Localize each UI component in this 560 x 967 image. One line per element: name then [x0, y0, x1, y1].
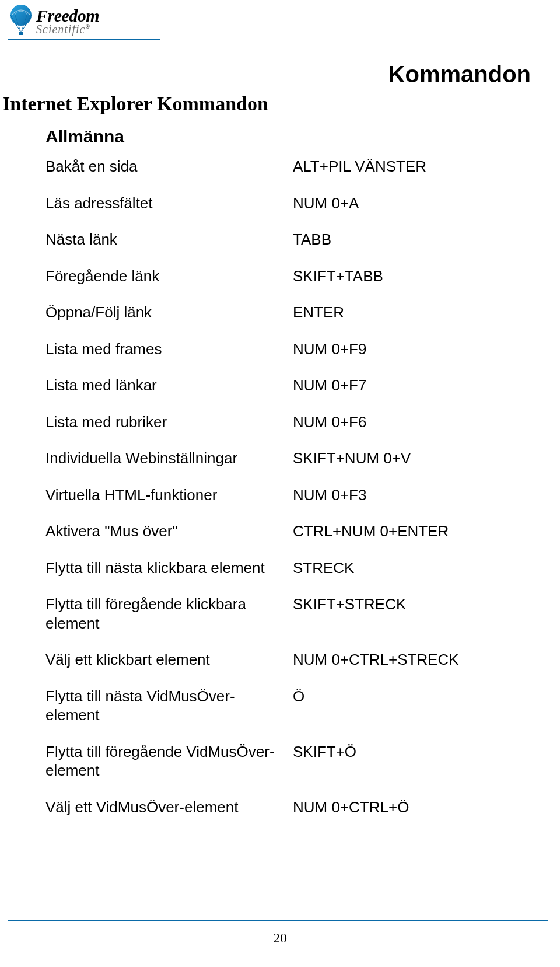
table-row: Välj ett klickbart element NUM 0+CTRL+ST… [46, 650, 524, 669]
command-key: NUM 0+A [293, 194, 524, 213]
command-description: Aktivera "Mus över" [46, 522, 293, 541]
command-key: CTRL+NUM 0+ENTER [293, 522, 524, 541]
command-description: Virtuella HTML-funktioner [46, 486, 293, 505]
command-description: Lista med rubriker [46, 413, 293, 432]
command-key: TABB [293, 230, 524, 249]
command-description: Välj ett VidMusÖver-element [46, 798, 293, 817]
table-row: Individuella Webinställningar SKIFT+NUM … [46, 449, 524, 468]
table-row: Flytta till nästa VidMusÖver-element Ö [46, 687, 524, 725]
command-description: Öppna/Följ länk [46, 303, 293, 322]
command-key: NUM 0+CTRL+Ö [293, 798, 524, 817]
table-row: Nästa länk TABB [46, 230, 524, 249]
section-heading: Internet Explorer Kommandon [0, 93, 274, 115]
command-description: Flytta till nästa VidMusÖver-element [46, 687, 293, 725]
command-description: Välj ett klickbart element [46, 650, 293, 669]
command-key: SKIFT+TABB [293, 267, 524, 286]
command-key: NUM 0+F3 [293, 486, 524, 505]
svg-point-0 [10, 5, 32, 26]
command-description: Lista med länkar [46, 376, 293, 395]
command-description: Nästa länk [46, 230, 293, 249]
table-row: Lista med rubriker NUM 0+F6 [46, 413, 524, 432]
table-row: Flytta till nästa klickbara element STRE… [46, 558, 524, 578]
table-row: Flytta till föregående klickbara element… [46, 595, 524, 633]
table-row: Aktivera "Mus över" CTRL+NUM 0+ENTER [46, 522, 524, 541]
table-row: Virtuella HTML-funktioner NUM 0+F3 [46, 486, 524, 505]
table-row: Läs adressfältet NUM 0+A [46, 194, 524, 213]
svg-rect-1 [19, 32, 23, 35]
command-description: Bakåt en sida [46, 157, 293, 176]
command-description: Flytta till nästa klickbara element [46, 558, 293, 578]
command-key: NUM 0+F6 [293, 413, 524, 432]
command-description: Flytta till föregående VidMusÖver-elemen… [46, 742, 293, 780]
table-row: Föregående länk SKIFT+TABB [46, 267, 524, 286]
command-description: Lista med frames [46, 340, 293, 359]
brand-logo: Freedom Scientific® [0, 0, 560, 40]
command-key: SKIFT+STRECK [293, 595, 524, 614]
table-row: Lista med länkar NUM 0+F7 [46, 376, 524, 395]
command-key: SKIFT+NUM 0+V [293, 449, 524, 468]
page-title: Kommandon [0, 61, 560, 88]
command-description: Individuella Webinställningar [46, 449, 293, 468]
command-key: STRECK [293, 558, 524, 578]
table-row: Flytta till föregående VidMusÖver-elemen… [46, 742, 524, 780]
command-key: ENTER [293, 303, 524, 322]
page-number: 20 [0, 930, 560, 946]
command-description: Föregående länk [46, 267, 293, 286]
command-description: Läs adressfältet [46, 194, 293, 213]
command-key: Ö [293, 687, 524, 706]
logo-text-main: Freedom [36, 7, 99, 25]
command-key: NUM 0+F7 [293, 376, 524, 395]
command-key: ALT+PIL VÄNSTER [293, 157, 524, 176]
footer-divider [8, 920, 548, 921]
commands-table: Bakåt en sida ALT+PIL VÄNSTER Läs adress… [46, 157, 524, 816]
subheading: Allmänna [46, 127, 560, 146]
command-key: NUM 0+CTRL+STRECK [293, 650, 524, 669]
table-row: Öppna/Följ länk ENTER [46, 303, 524, 322]
table-row: Välj ett VidMusÖver-element NUM 0+CTRL+Ö [46, 798, 524, 817]
logo-balloon-icon [8, 5, 34, 37]
command-key: SKIFT+Ö [293, 742, 524, 762]
command-description: Flytta till föregående klickbara element [46, 595, 293, 633]
logo-text-sub: Scientific® [36, 23, 99, 35]
command-key: NUM 0+F9 [293, 340, 524, 359]
table-row: Bakåt en sida ALT+PIL VÄNSTER [46, 157, 524, 176]
table-row: Lista med frames NUM 0+F9 [46, 340, 524, 359]
